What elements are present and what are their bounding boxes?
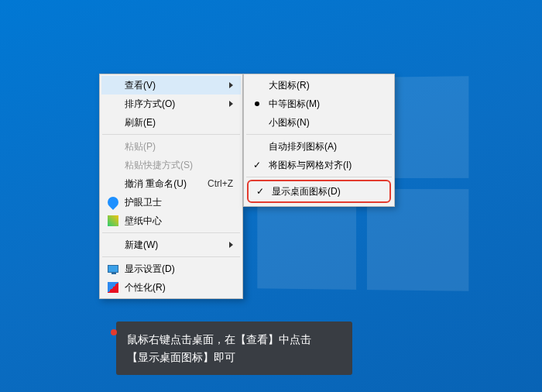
- menu-item-label: 刷新(E): [125, 116, 156, 129]
- menu-item-undo-rename[interactable]: 撤消 重命名(U) Ctrl+Z: [101, 174, 241, 193]
- menu-item-label: 护眼卫士: [125, 196, 162, 209]
- shield-icon: [107, 196, 119, 208]
- chevron-right-icon: [229, 101, 233, 107]
- menu-item-label: 小图标(N): [269, 116, 310, 129]
- view-submenu: 大图标(R) 中等图标(M) 小图标(N) 自动排列图标(A) ✓ 将图标与网格…: [243, 74, 395, 207]
- monitor-icon: [107, 263, 119, 275]
- menu-item-paste-shortcut: 粘贴快捷方式(S): [101, 156, 241, 174]
- menu-item-label: 中等图标(M): [269, 98, 320, 111]
- menu-item-label: 自动排列图标(A): [269, 140, 337, 153]
- menu-item-personalize[interactable]: 个性化(R): [101, 278, 241, 297]
- bullet-icon: [251, 98, 263, 110]
- highlight-frame: ✓ 显示桌面图标(D): [247, 180, 391, 203]
- menu-separator: [246, 134, 392, 135]
- check-icon: ✓: [254, 185, 266, 198]
- menu-item-label: 大图标(R): [269, 79, 310, 92]
- submenu-item-medium-icons[interactable]: 中等图标(M): [245, 95, 393, 113]
- menu-separator: [102, 256, 240, 257]
- menu-item-label: 查看(V): [125, 79, 156, 92]
- menu-separator: [102, 232, 240, 233]
- menu-item-label: 撤消 重命名(U): [125, 177, 187, 191]
- menu-item-sort[interactable]: 排序方式(O): [101, 95, 241, 113]
- submenu-item-auto-arrange[interactable]: 自动排列图标(A): [245, 137, 393, 156]
- menu-item-label: 将图标与网格对齐(I): [269, 159, 352, 172]
- check-icon: ✓: [251, 159, 263, 171]
- desktop-context-menu: 查看(V) 排序方式(O) 刷新(E) 粘贴(P) 粘贴快捷方式(S) 撤消 重…: [99, 74, 243, 299]
- chevron-right-icon: [229, 82, 233, 88]
- submenu-item-align-grid[interactable]: ✓ 将图标与网格对齐(I): [245, 156, 393, 174]
- menu-item-label: 粘贴快捷方式(S): [125, 159, 193, 172]
- submenu-item-large-icons[interactable]: 大图标(R): [245, 76, 393, 95]
- tooltip-line: 【显示桌面图标】即可: [127, 349, 341, 366]
- menu-item-paste: 粘贴(P): [101, 137, 241, 156]
- chevron-right-icon: [229, 242, 233, 248]
- menu-item-wallpaper[interactable]: 壁纸中心: [101, 211, 241, 230]
- menu-item-label: 新建(W): [125, 239, 158, 252]
- wallpaper-icon: [107, 215, 119, 227]
- menu-item-label: 粘贴(P): [125, 140, 156, 153]
- tooltip-line: 鼠标右键点击桌面，在【查看】中点击: [127, 331, 341, 348]
- instruction-tooltip: 鼠标右键点击桌面，在【查看】中点击 【显示桌面图标】即可: [116, 322, 352, 375]
- submenu-item-small-icons[interactable]: 小图标(N): [245, 113, 393, 132]
- paint-icon: [107, 281, 119, 294]
- menu-separator: [246, 177, 392, 177]
- menu-item-label: 个性化(R): [125, 281, 166, 294]
- menu-separator: [102, 134, 240, 135]
- menu-item-shortcut: Ctrl+Z: [208, 178, 233, 189]
- menu-item-refresh[interactable]: 刷新(E): [101, 113, 241, 132]
- submenu-item-show-desktop-icons[interactable]: ✓ 显示桌面图标(D): [249, 182, 389, 201]
- menu-item-view[interactable]: 查看(V): [101, 76, 241, 95]
- menu-item-display-settings[interactable]: 显示设置(D): [101, 260, 241, 278]
- menu-item-new[interactable]: 新建(W): [101, 236, 241, 254]
- menu-item-eye-guard[interactable]: 护眼卫士: [101, 193, 241, 211]
- menu-item-label: 显示设置(D): [125, 263, 175, 276]
- menu-item-label: 壁纸中心: [125, 215, 162, 228]
- menu-item-label: 排序方式(O): [125, 98, 175, 111]
- menu-item-label: 显示桌面图标(D): [272, 185, 341, 198]
